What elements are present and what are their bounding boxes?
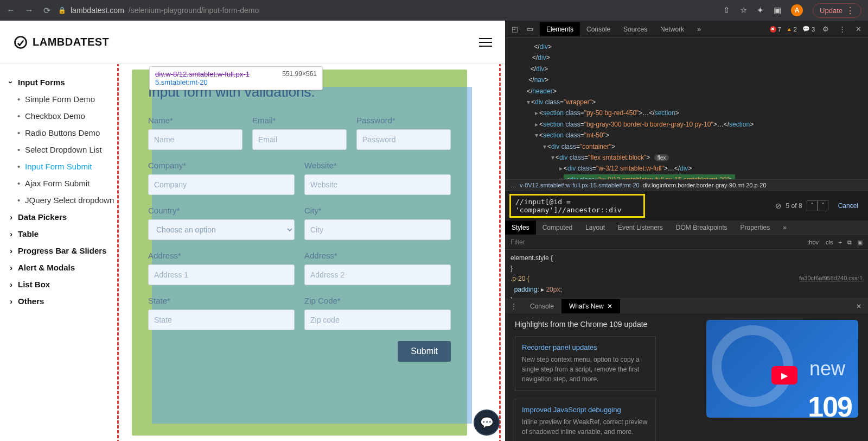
extensions-icon[interactable]: ✦ bbox=[757, 5, 764, 15]
cls-toggle[interactable]: .cls bbox=[824, 239, 833, 246]
hamburger-icon[interactable] bbox=[479, 38, 492, 47]
label-company: Company* bbox=[148, 161, 295, 170]
page-header: LAMBDATEST bbox=[0, 21, 505, 64]
input-address1[interactable] bbox=[148, 264, 295, 285]
devtools-tab[interactable]: Console bbox=[580, 22, 617, 36]
elements-tree[interactable]: </div> </div> </div> </nav></header>▾<di… bbox=[505, 38, 868, 179]
styles-tab[interactable]: Properties bbox=[734, 220, 777, 235]
input-zip[interactable] bbox=[304, 310, 451, 330]
close-tab-icon[interactable]: ✕ bbox=[607, 303, 612, 310]
warning-badge[interactable]: 2 bbox=[787, 26, 797, 33]
avatar[interactable]: A bbox=[791, 4, 803, 16]
label-country: Country* bbox=[148, 206, 295, 215]
whatsnew-card[interactable]: Recorder panel updates New step context … bbox=[515, 336, 656, 391]
add-rule-icon[interactable]: + bbox=[839, 239, 842, 246]
sidebar-group[interactable]: Alert & Modals bbox=[10, 259, 126, 276]
browser-toolbar: ← → ⟳ 🔒 lambdatest.com /selenium-playgro… bbox=[0, 0, 868, 21]
label-city: City* bbox=[304, 206, 451, 215]
lock-icon: 🔒 bbox=[58, 7, 66, 14]
settings-icon[interactable]: ⚙ bbox=[820, 25, 831, 33]
svg-point-0 bbox=[15, 36, 27, 48]
inspector-tooltip: div.w-8/12.smtablet:w-full.px-1551.99×56… bbox=[149, 66, 323, 90]
drawer-tab-whatsnew[interactable]: What's New✕ bbox=[561, 299, 620, 313]
computed-panel-icon[interactable]: ⧉ bbox=[847, 239, 852, 246]
sidebar-group-input-forms[interactable]: Input Forms bbox=[10, 74, 126, 91]
device-icon[interactable]: ▭ bbox=[525, 25, 535, 33]
promo-banner[interactable]: ▶ new 109 bbox=[706, 320, 858, 418]
close-drawer-icon[interactable]: ✕ bbox=[850, 303, 868, 310]
reload-icon[interactable]: ⟳ bbox=[43, 5, 50, 16]
cancel-search-button[interactable]: Cancel bbox=[833, 202, 864, 210]
error-badge[interactable]: 7 bbox=[770, 26, 781, 33]
forward-icon[interactable]: → bbox=[25, 5, 34, 15]
clear-search-icon[interactable]: ⊘ bbox=[775, 201, 782, 210]
panel-icon[interactable]: ▣ bbox=[774, 5, 781, 15]
address-bar[interactable]: 🔒 lambdatest.com /selenium-playground/in… bbox=[58, 6, 259, 15]
input-email[interactable] bbox=[252, 129, 347, 150]
sidebar-item[interactable]: Simple Form Demo bbox=[10, 91, 126, 108]
share-icon[interactable]: ⇧ bbox=[723, 5, 730, 15]
drawer-tab-console[interactable]: Console bbox=[522, 299, 561, 313]
inspect-icon[interactable]: ◰ bbox=[509, 25, 520, 33]
select-country[interactable]: Choose an option bbox=[148, 219, 295, 240]
logo[interactable]: LAMBDATEST bbox=[13, 35, 109, 50]
sidebar-item[interactable]: Select Dropdown List bbox=[10, 141, 126, 158]
whatsnew-card[interactable]: Improved JavaScript debugging Inline pre… bbox=[515, 399, 656, 441]
devtools-tab[interactable]: Network bbox=[654, 22, 691, 36]
styles-filter-input[interactable] bbox=[505, 235, 802, 249]
input-company[interactable] bbox=[148, 174, 295, 195]
sidebar: Input Forms Simple Form DemoCheckbox Dem… bbox=[0, 64, 126, 441]
styles-tab[interactable]: Computed bbox=[536, 220, 579, 235]
youtube-icon: ▶ bbox=[771, 366, 797, 385]
sidebar-item[interactable]: Ajax Form Submit bbox=[10, 175, 126, 192]
sidebar-item[interactable]: JQuery Select dropdown bbox=[10, 192, 126, 209]
drawer-tabs: ⋮ Console What's New✕ ✕ bbox=[505, 299, 868, 313]
sidebar-group[interactable]: List Box bbox=[10, 276, 126, 293]
input-city[interactable] bbox=[304, 219, 451, 240]
elements-breadcrumb[interactable]: … v-8V12.smtablet\:w-full.px-15.smtablet… bbox=[505, 179, 868, 191]
form-card: div.w-8/12.smtablet:w-full.px-1551.99×56… bbox=[132, 70, 467, 436]
more-tabs-icon[interactable]: » bbox=[695, 25, 703, 33]
kebab-icon[interactable]: ⋮ bbox=[837, 25, 848, 33]
devtools-tab[interactable]: Sources bbox=[617, 22, 654, 36]
input-address2[interactable] bbox=[304, 264, 451, 285]
submit-button[interactable]: Submit bbox=[398, 341, 451, 362]
pin-panel-icon[interactable]: ▣ bbox=[857, 239, 863, 246]
find-bar: //input[@id = 'company']//ancestor::div … bbox=[505, 191, 868, 220]
devtools-panel: ◰ ▭ ElementsConsoleSourcesNetwork » 7 2 … bbox=[505, 21, 868, 441]
back-icon[interactable]: ← bbox=[7, 5, 15, 15]
update-button[interactable]: Update ⋮ bbox=[813, 3, 861, 18]
styles-tab[interactable]: DOM Breakpoints bbox=[669, 220, 734, 235]
search-prev-icon[interactable]: ˄ bbox=[807, 200, 818, 211]
sidebar-group[interactable]: Table bbox=[10, 225, 126, 242]
url-host: lambdatest.com bbox=[71, 6, 124, 15]
styles-pane[interactable]: element.style {}.p-20 {fa30cf6af958d240.… bbox=[505, 250, 868, 299]
sidebar-group[interactable]: Data Pickers bbox=[10, 209, 126, 225]
chat-fab-icon[interactable]: 💬 bbox=[474, 410, 500, 436]
star-icon[interactable]: ☆ bbox=[740, 5, 747, 15]
input-password[interactable] bbox=[356, 129, 451, 150]
sidebar-group[interactable]: Progress Bar & Sliders bbox=[10, 242, 126, 259]
sidebar-group[interactable]: Others bbox=[10, 293, 126, 310]
input-website[interactable] bbox=[304, 174, 451, 195]
styles-tab[interactable]: Event Listeners bbox=[611, 220, 669, 235]
sidebar-item[interactable]: Checkbox Demo bbox=[10, 108, 126, 124]
search-next-icon[interactable]: ˅ bbox=[818, 200, 828, 211]
input-name[interactable] bbox=[148, 129, 242, 150]
close-devtools-icon[interactable]: ✕ bbox=[853, 25, 864, 33]
logo-icon bbox=[13, 35, 28, 50]
hov-toggle[interactable]: :hov bbox=[807, 239, 819, 246]
info-badge[interactable]: 3 bbox=[802, 26, 815, 33]
sidebar-item[interactable]: Radio Buttons Demo bbox=[10, 124, 126, 141]
xpath-input[interactable]: //input[@id = 'company']//ancestor::div bbox=[509, 194, 645, 218]
more-styles-tabs-icon[interactable]: » bbox=[776, 220, 793, 235]
drawer-menu-icon[interactable]: ⋮ bbox=[505, 303, 522, 310]
url-path: /selenium-playground/input-form-demo bbox=[129, 6, 259, 15]
styles-tab[interactable]: Styles bbox=[505, 220, 536, 235]
label-state: State* bbox=[148, 296, 295, 305]
styles-tab[interactable]: Layout bbox=[579, 220, 611, 235]
input-state[interactable] bbox=[148, 310, 295, 330]
sidebar-item[interactable]: Input Form Submit bbox=[10, 158, 126, 175]
devtools-tab[interactable]: Elements bbox=[540, 22, 580, 36]
label-address2: Address* bbox=[304, 251, 451, 260]
